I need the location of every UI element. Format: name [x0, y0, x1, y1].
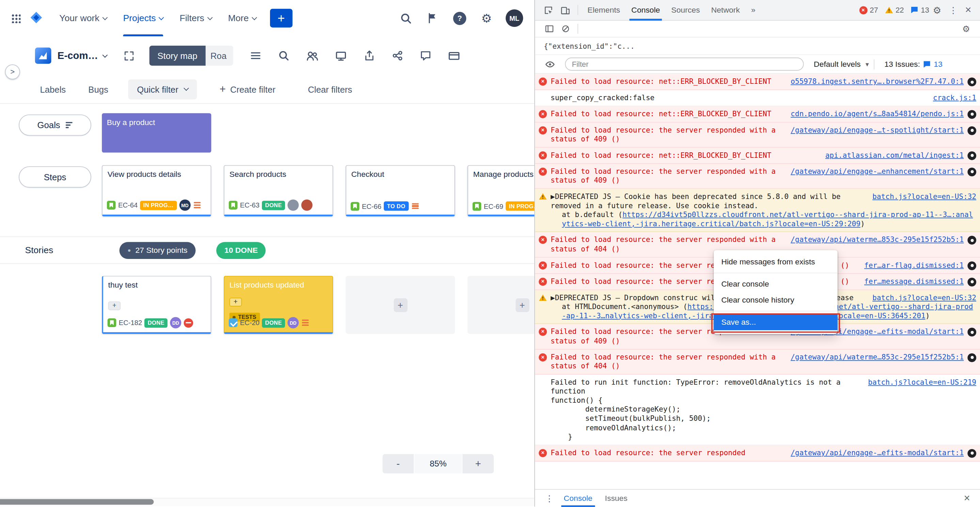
status-badge[interactable]: DONE — [262, 200, 285, 210]
drawer-kebab-icon[interactable]: ⋮ — [545, 493, 554, 503]
status-badge[interactable]: DONE — [145, 318, 168, 327]
horizontal-scrollbar-thumb[interactable] — [0, 499, 154, 505]
stack-link[interactable]: https://d34ivt5p0llzzs.cloudfront.net/at… — [562, 210, 973, 228]
nav-your-work[interactable]: Your work — [59, 0, 107, 36]
issue-key[interactable]: EC-66 — [362, 202, 381, 210]
tab-network[interactable]: Network — [706, 0, 745, 21]
object-preview[interactable]: {"extension_id":"c... — [544, 41, 635, 50]
menu-item-clear-console-history[interactable]: Clear console history — [714, 292, 837, 308]
live-expression-eye-icon[interactable] — [545, 59, 555, 69]
inspect-element-icon[interactable] — [544, 5, 553, 15]
issues-counter[interactable]: 13 Issues:13 — [884, 60, 943, 69]
story-card[interactable]: thuy test + EC-182 DONE DD — [102, 276, 211, 334]
source-link[interactable]: /gateway/api/waterme…853c-295e15f252b5:1 — [791, 352, 964, 362]
insight-icon[interactable] — [967, 261, 976, 270]
avatar[interactable]: DD — [287, 317, 299, 328]
error-count-badge[interactable]: ×27 — [859, 6, 878, 14]
source-link[interactable]: batch.js?locale=en-US:219 — [868, 378, 976, 387]
source-link[interactable]: fer…message.dismissed:1 — [864, 277, 964, 286]
card-layout-icon[interactable] — [448, 50, 460, 62]
insight-icon[interactable] — [967, 151, 976, 160]
drawer-tab-issues[interactable]: Issues — [599, 489, 634, 507]
source-link[interactable]: /gateway/api/waterme…853c-295e15f252b5:1 — [791, 236, 964, 245]
avatar[interactable]: MD — [179, 200, 190, 211]
console-filter-input[interactable] — [565, 57, 803, 71]
issue-key[interactable]: EC-64 — [118, 201, 138, 209]
default-levels-dropdown[interactable]: Default levels▼ — [814, 60, 870, 69]
console-settings-icon[interactable]: ⚙ — [962, 23, 970, 35]
share-icon[interactable] — [391, 50, 403, 61]
warning-icon[interactable] — [539, 193, 547, 202]
fullscreen-icon[interactable] — [124, 50, 134, 61]
drawer-close-icon[interactable]: × — [964, 492, 970, 505]
source-link[interactable]: api.atlassian.com/metal/ingest:1 — [826, 151, 964, 160]
jira-logo-icon[interactable] — [29, 11, 43, 25]
menu-item-hide-messages[interactable]: Hide messages from exists — [714, 254, 837, 270]
issue-key[interactable]: EC-69 — [484, 202, 503, 210]
source-link[interactable]: batch.js?locale=en-US:32 — [872, 192, 976, 201]
warning-count-badge[interactable]: 22 — [885, 6, 904, 14]
add-label-button[interactable]: + — [108, 301, 121, 310]
nav-filters[interactable]: Filters — [180, 0, 212, 36]
goals-pill[interactable]: Goals — [19, 115, 91, 136]
status-badge[interactable]: IN PROG… — [140, 200, 177, 210]
issue-key[interactable]: EC-20 — [240, 319, 259, 327]
search-icon[interactable] — [400, 12, 412, 24]
insight-icon[interactable] — [967, 126, 976, 135]
story-card[interactable]: List products updated + TESTS EC-20 DONE… — [224, 276, 333, 334]
issue-key[interactable]: EC-63 — [240, 201, 259, 209]
expand-sidebar-button[interactable]: > — [5, 64, 20, 80]
comment-icon[interactable] — [420, 50, 431, 61]
people-icon[interactable] — [306, 50, 318, 62]
insight-icon[interactable] — [967, 167, 976, 177]
console-top-message[interactable]: {"extension_id":"c... — [535, 37, 980, 55]
source-link[interactable]: /gateway/api/engage-…efits-modal/start:1 — [791, 448, 964, 458]
devtools-kebab-icon[interactable]: ⋮ — [949, 5, 958, 15]
issue-key[interactable]: EC-182 — [119, 319, 142, 327]
status-badge[interactable]: DONE — [262, 318, 285, 327]
user-avatar[interactable]: ML — [506, 10, 523, 27]
clear-console-icon[interactable] — [561, 24, 570, 33]
drawer-tab-console[interactable]: Console — [557, 489, 599, 507]
clear-filters-button[interactable]: Clear filters — [308, 84, 352, 94]
menu-item-clear-console[interactable]: Clear console — [714, 276, 837, 292]
source-link[interactable]: /gateway/api/engage-…enhancement/start:1 — [791, 167, 964, 176]
bugs-filter[interactable]: Bugs — [88, 84, 108, 94]
nav-more[interactable]: More — [228, 0, 256, 36]
menu-item-save-as[interactable]: Save as... — [714, 314, 837, 330]
settings-gear-icon[interactable]: ⚙ — [481, 12, 492, 24]
presentation-icon[interactable] — [335, 50, 347, 62]
add-label-button[interactable]: + — [229, 298, 242, 307]
help-icon[interactable]: ? — [453, 11, 466, 25]
roadmap-view-button[interactable]: Roa — [205, 46, 233, 66]
status-badge[interactable]: IN PROG… — [506, 201, 534, 211]
source-link[interactable]: fer…ar-flag.dismissed:1 — [864, 261, 964, 270]
devtools-settings-icon[interactable]: ⚙ — [933, 4, 942, 16]
devtools-close-icon[interactable]: × — [965, 4, 971, 16]
goal-card[interactable]: Buy a product — [102, 113, 211, 153]
source-link[interactable]: o55978.ingest.sentry….browser%2F7.47.0:1 — [791, 77, 964, 86]
steps-pill[interactable]: Steps — [19, 166, 91, 187]
nav-projects[interactable]: Projects — [123, 0, 164, 36]
board-search-icon[interactable] — [278, 50, 289, 61]
quick-filter-dropdown[interactable]: Quick filter — [128, 79, 197, 99]
insight-icon[interactable] — [967, 449, 976, 458]
add-card-button[interactable]: + — [515, 298, 529, 312]
console-sidebar-icon[interactable] — [545, 24, 554, 33]
avatar[interactable] — [287, 200, 299, 211]
view-settings-icon[interactable] — [250, 50, 261, 61]
insight-icon[interactable] — [967, 277, 976, 286]
create-issue-button[interactable]: + — [270, 9, 293, 28]
create-filter-button[interactable]: +Create filter — [220, 84, 275, 94]
zoom-in-button[interactable]: + — [462, 454, 494, 474]
insight-icon[interactable] — [967, 110, 976, 119]
step-card[interactable]: Checkout EC-66 TO DO — [345, 165, 455, 217]
project-name-dropdown[interactable]: E-com… — [57, 50, 107, 61]
step-card[interactable]: View products details EC-64 IN PROG… MD — [102, 165, 211, 217]
more-tabs-icon[interactable]: » — [745, 0, 761, 21]
labels-filter[interactable]: Labels — [40, 84, 66, 94]
avatar[interactable] — [301, 200, 313, 211]
warning-icon[interactable] — [539, 294, 547, 304]
source-link[interactable]: cdn.pendo.io/agent/s…8aa54814/pendo.js:1 — [791, 109, 964, 118]
tab-console[interactable]: Console — [626, 0, 666, 21]
